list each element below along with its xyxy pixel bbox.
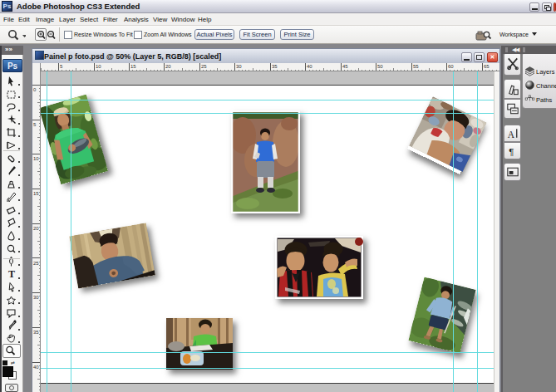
svg-text:T: T [8, 268, 15, 280]
svg-text:A: A [508, 130, 515, 140]
svg-text:¶: ¶ [509, 147, 514, 157]
